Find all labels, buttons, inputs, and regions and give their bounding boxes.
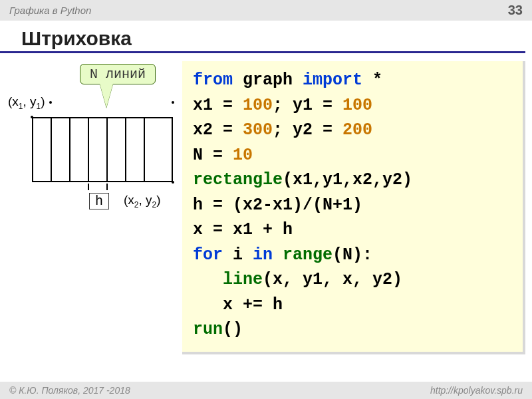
page-number: 33 — [508, 3, 523, 18]
dim-end-dot-icon — [172, 101, 174, 104]
dim-end-dot-icon — [49, 101, 52, 104]
hatching-diagram: N линий (x1, y1) h — [7, 61, 180, 234]
h-label: h — [89, 193, 109, 209]
callout-pointer-icon — [100, 84, 113, 108]
footer: © К.Ю. Поляков, 2017 -2018 http://kpolya… — [0, 382, 532, 399]
slide-title: Штриховка — [0, 21, 525, 53]
code-block: from graph import * x1 = 100; y1 = 100 x… — [182, 61, 525, 354]
coord-top-left: (x1, y1) — [8, 94, 45, 111]
callout-n-lines: N линий — [80, 64, 156, 84]
coord-bottom-right: (x2, y2) — [124, 193, 161, 209]
footer-url: http://kpolyakov.spb.ru — [430, 385, 523, 396]
copyright: © К.Ю. Поляков, 2017 -2018 — [9, 385, 130, 396]
rectangle — [32, 117, 173, 182]
topbar: Графика в Python 33 — [0, 0, 532, 21]
section-label: Графика в Python — [9, 5, 91, 16]
